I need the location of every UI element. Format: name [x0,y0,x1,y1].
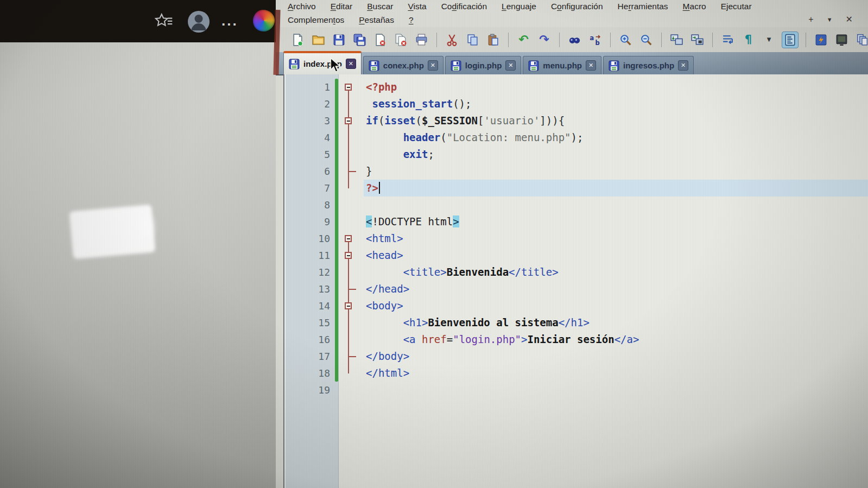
show-all-characters-button[interactable]: ¶ [740,32,756,48]
fold-marker-collapse[interactable] [340,112,364,129]
tab-close-icon[interactable]: ✕ [346,59,356,69]
menu-item-complementos[interactable]: Complementos [288,15,344,25]
toolbar-separator [806,33,806,47]
close-window-button[interactable]: ✕ [846,14,853,24]
print-button[interactable] [414,32,429,48]
browser-titlebar: ... [0,0,276,42]
menu-item-herramientas[interactable]: Herramientas [618,2,668,11]
text-caret [379,182,380,194]
code-line-11: 11<head> [284,247,868,264]
tab-label: conex.php [383,61,424,70]
window-controls: +▼✕ [808,14,853,24]
folder-as-workspace-button[interactable] [834,32,850,48]
save-file-button[interactable] [331,32,347,48]
close-file-button[interactable] [372,32,388,48]
close-all-button[interactable] [393,32,409,48]
fold-marker-collapse[interactable] [340,79,364,96]
menu-item-editar[interactable]: Editar [331,2,353,11]
tab-login-php[interactable]: login.php✕ [445,56,521,74]
open-file-button[interactable] [311,32,326,48]
folder-as-workspace-icon [835,33,848,47]
code-line-15: 15 <h1>Bienvenido al sistema</h1> [284,314,868,331]
copy-button[interactable] [465,32,480,48]
menu-item-buscar[interactable]: Buscar [367,2,393,11]
notepadpp-window: ArchivoEditarBuscarVistaCodificaciónLeng… [276,0,868,488]
menu-item-lenguaje[interactable]: Lenguaje [502,2,536,11]
fold-guide [340,281,364,297]
restore-button[interactable]: ▼ [827,16,833,23]
redo-button[interactable]: ↷ [536,32,552,48]
line-number: 12 [284,264,330,281]
saved-floppy-icon [451,60,461,71]
menu-item-pestanas[interactable]: Pestañas [359,15,394,25]
fold-guide [340,163,364,180]
copilot-logo[interactable] [253,10,275,31]
menu-item-vista[interactable]: Vista [408,2,426,11]
cut-button[interactable] [444,32,460,48]
menu-item-macro[interactable]: Macro [683,2,706,11]
line-number: 13 [284,281,330,297]
code-text: header("Location: menu.php"); [366,129,583,146]
code-text: <body> [366,297,403,314]
tab-menu-php[interactable]: menu.php✕ [523,56,601,74]
toolbar-separator [436,33,437,47]
paste-button[interactable] [485,32,501,48]
tab-close-icon[interactable]: ✕ [678,60,688,71]
code-editor[interactable]: 1<?php2 session_start();3if(isset($_SESS… [283,74,868,488]
menu-item-q[interactable]: ? [409,15,414,25]
code-text: <html> [366,230,403,247]
code-line-14: 14<body> [284,297,868,314]
tab-close-icon[interactable]: ✕ [428,60,438,71]
tab-close-icon[interactable]: ✕ [586,60,596,71]
zoom-out-icon [639,33,653,47]
line-number: 4 [284,129,330,146]
function-list-button[interactable] [813,32,829,48]
sync-horizontal-scroll-button[interactable] [689,32,705,48]
sync-vertical-scroll-button[interactable] [669,32,685,48]
tab-ingresos-php[interactable]: ingresos.php✕ [603,56,694,74]
screen-reflection [138,216,153,238]
code-line-12: 12 <title>Bienvenida</title> [284,264,868,281]
function-list-icon [814,33,828,47]
line-number: 1 [284,79,330,96]
more-options-icon[interactable]: ... [221,18,238,23]
save-all-button[interactable] [352,32,368,48]
new-file-button[interactable] [290,32,306,48]
code-text: } [366,163,372,180]
menu-item-configuracion[interactable]: Configuración [551,2,603,11]
code-text: </html> [366,365,409,382]
document-list-button[interactable] [854,32,868,48]
zoom-out-button[interactable] [638,32,654,48]
line-number: 3 [284,112,330,129]
undo-button[interactable]: ↶ [516,32,531,48]
collections-star-icon[interactable] [154,12,175,33]
code-text: if(isset($_SESSION['usuario'])){ [366,112,565,129]
tab-conex-php[interactable]: conex.php✕ [363,56,443,74]
fold-marker-collapse[interactable] [340,297,364,314]
code-line-4: 4 header("Location: menu.php"); [284,129,868,146]
menu-item-ejecutar[interactable]: Ejecutar [721,2,752,11]
profile-avatar[interactable] [187,10,211,34]
tab-index-php[interactable]: index.php✕ [283,51,362,74]
line-number: 8 [284,197,330,213]
show-all-characters-dropdown-icon: ▼ [767,37,771,42]
document-map-button[interactable] [782,31,799,48]
word-wrap-button[interactable] [720,32,736,48]
menu-item-codificacion[interactable]: Codificación [441,2,487,11]
fold-marker-collapse[interactable] [340,247,364,264]
fold-marker-collapse[interactable] [340,230,364,247]
toolbar: ↶↷ab¶▼» [276,27,868,53]
paste-icon [486,33,500,47]
tab-close-icon[interactable]: ✕ [505,60,516,71]
copy-icon [466,33,479,47]
menu-item-archivo[interactable]: Archivo [288,2,316,11]
show-all-characters-dropdown-button[interactable]: ▼ [761,32,777,48]
find-button[interactable] [567,32,582,48]
toolbar-separator [661,33,662,47]
replace-button[interactable]: ab [587,32,603,48]
line-number: 17 [284,348,330,365]
replace-icon: ab [588,33,602,47]
new-tab-button[interactable]: + [808,15,813,24]
zoom-in-button[interactable] [618,32,633,48]
photographed-screen: ... ArchivoEditarBuscarVistaCodificación… [0,0,868,488]
